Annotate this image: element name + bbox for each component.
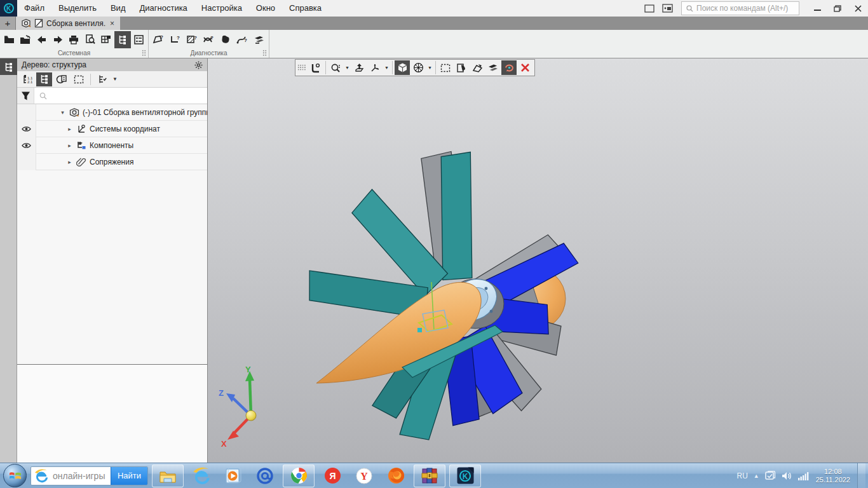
check-curve-button[interactable]: ? bbox=[234, 31, 250, 48]
rotate-orbit-button[interactable] bbox=[501, 60, 517, 75]
group-drag-handle[interactable] bbox=[142, 50, 146, 57]
local-view-button[interactable] bbox=[470, 60, 485, 75]
fan-assembly-model[interactable]: Y Z X bbox=[208, 58, 867, 463]
tree-composition-button[interactable] bbox=[53, 72, 69, 86]
taskbar-chrome-button[interactable] bbox=[283, 464, 315, 487]
orientation-dropdown-icon[interactable]: ▼ bbox=[426, 65, 433, 70]
menu-window[interactable]: Окно bbox=[249, 0, 282, 17]
expand-caret-icon[interactable]: ▸ bbox=[65, 126, 74, 132]
kompas-logo-icon: K bbox=[4, 3, 14, 13]
app-menu-button[interactable]: K bbox=[0, 0, 17, 17]
zoom-dropdown-icon[interactable]: ▼ bbox=[344, 65, 351, 70]
tree-numbered-view-button[interactable]: 1.112.12 bbox=[19, 72, 35, 86]
measure-hatch-area-button[interactable]: ? bbox=[184, 31, 200, 48]
tree-row-coordinate-systems[interactable]: ▸ Системы координат bbox=[17, 121, 207, 137]
print-preview-button[interactable] bbox=[82, 31, 98, 48]
taskbar-explorer-button[interactable] bbox=[152, 464, 184, 487]
pan-button[interactable] bbox=[351, 60, 367, 75]
taskbar-kompas-button[interactable]: K bbox=[449, 464, 481, 487]
tree-row-assembly-root[interactable]: ▾ (-)-01 Сборка вентиляторной группы (Те… bbox=[17, 104, 207, 121]
menu-help[interactable]: Справка bbox=[282, 0, 329, 17]
expand-caret-icon[interactable]: ▸ bbox=[65, 159, 74, 165]
screen-settings-icon[interactable] bbox=[658, 2, 676, 15]
save-layout-button[interactable] bbox=[98, 31, 114, 48]
axes-dropdown-icon[interactable]: ▼ bbox=[383, 65, 390, 70]
visibility-gutter bbox=[17, 154, 36, 170]
side-panel-strip bbox=[0, 58, 17, 463]
tree-filter-list-button[interactable] bbox=[95, 72, 111, 86]
parameters-list-button[interactable] bbox=[131, 31, 147, 48]
close-button[interactable] bbox=[848, 1, 868, 16]
layout-windows-icon[interactable] bbox=[641, 2, 658, 15]
ie-search-widget[interactable]: онлайн-игры Найти bbox=[31, 466, 148, 485]
close-command-icon[interactable] bbox=[517, 60, 532, 75]
placement-mode-button[interactable] bbox=[308, 60, 323, 75]
check-curvature-button[interactable]: ? bbox=[200, 31, 217, 48]
volume-icon[interactable] bbox=[782, 471, 792, 480]
selection-frame-button[interactable] bbox=[438, 60, 453, 75]
shaded-display-mode-button[interactable] bbox=[395, 60, 410, 75]
find-button[interactable]: Найти bbox=[111, 466, 147, 485]
tree-panel-tab-button[interactable] bbox=[0, 58, 17, 75]
show-desktop-button[interactable] bbox=[857, 463, 865, 488]
menu-settings[interactable]: Настройка bbox=[194, 0, 249, 17]
taskbar-firefox-button[interactable] bbox=[382, 464, 410, 487]
measure-length-button[interactable]: ? bbox=[166, 31, 183, 48]
tree-selection-area-button[interactable] bbox=[71, 72, 86, 86]
network-signal-icon[interactable] bbox=[797, 471, 809, 480]
toolbar-drag-handle[interactable] bbox=[297, 64, 306, 71]
expand-caret-icon[interactable]: ▾ bbox=[58, 109, 67, 116]
orientation-axes-button[interactable] bbox=[367, 60, 383, 75]
start-button[interactable] bbox=[3, 464, 27, 487]
minimize-button[interactable] bbox=[807, 1, 827, 16]
teal-blade bbox=[439, 152, 475, 281]
orientation-sphere-button[interactable] bbox=[410, 60, 426, 75]
tab-close-icon[interactable]: × bbox=[109, 19, 115, 28]
tree-structure-button[interactable] bbox=[114, 31, 130, 48]
taskbar-winrar-button[interactable] bbox=[414, 464, 445, 487]
tree-item-label: (-)-01 Сборка вентиляторной группы (Тел bbox=[83, 108, 207, 117]
action-center-icon[interactable] bbox=[765, 471, 776, 481]
viewport-3d[interactable]: ▼ ▼ ▼ bbox=[208, 58, 868, 463]
ie-search-text[interactable]: онлайн-игры bbox=[49, 471, 111, 481]
section-view-button[interactable] bbox=[454, 60, 469, 75]
group-drag-handle[interactable] bbox=[262, 50, 267, 57]
tree-structure-view-button[interactable] bbox=[36, 72, 52, 86]
open-recent-button[interactable] bbox=[17, 31, 33, 48]
taskbar-media-player-button[interactable] bbox=[219, 464, 247, 487]
print-button[interactable] bbox=[66, 31, 82, 48]
eye-visibility-icon[interactable] bbox=[22, 126, 31, 132]
menu-diagnostics[interactable]: Диагностика bbox=[132, 0, 194, 17]
filter-funnel-icon[interactable] bbox=[17, 88, 34, 104]
tab-assembly-document[interactable]: Сборка вентиля... × bbox=[16, 17, 120, 30]
restore-button[interactable] bbox=[827, 1, 848, 16]
language-indicator[interactable]: RU bbox=[736, 471, 747, 480]
back-button[interactable] bbox=[34, 31, 50, 48]
eye-visibility-icon[interactable] bbox=[22, 142, 31, 149]
open-document-button[interactable] bbox=[1, 31, 17, 48]
menu-file[interactable]: Файл bbox=[17, 0, 51, 17]
svg-text:?: ? bbox=[177, 35, 180, 41]
measure-solid-button[interactable] bbox=[217, 31, 234, 48]
menu-select[interactable]: Выделить bbox=[51, 0, 104, 17]
expand-caret-icon[interactable]: ▸ bbox=[65, 142, 74, 149]
new-document-tab-button[interactable]: + bbox=[0, 17, 16, 30]
taskbar-ie-button[interactable] bbox=[187, 464, 215, 487]
taskbar-mail-agent-button[interactable] bbox=[251, 464, 279, 487]
rebuild-model-button[interactable] bbox=[251, 31, 268, 48]
measure-area-button[interactable]: ? bbox=[150, 31, 166, 48]
taskbar-clock[interactable]: 12:08 25.11.2022 bbox=[816, 468, 850, 484]
tray-expand-icon[interactable]: ▲ bbox=[754, 473, 759, 479]
zoom-button[interactable] bbox=[328, 60, 343, 75]
filter-dropdown-icon[interactable]: ▼ bbox=[112, 76, 118, 82]
panel-settings-gear-icon[interactable] bbox=[194, 61, 203, 69]
display-layers-button[interactable] bbox=[485, 60, 501, 75]
tree-search-input[interactable] bbox=[34, 88, 207, 104]
tree-row-mates[interactable]: ▸ Сопряжения bbox=[17, 154, 207, 170]
tree-row-components[interactable]: ▸ Компоненты bbox=[17, 137, 207, 154]
forward-button[interactable] bbox=[50, 31, 65, 48]
taskbar-yandex-button[interactable]: Y bbox=[350, 464, 378, 487]
taskbar-yandex-browser-button[interactable]: Я bbox=[318, 464, 346, 487]
menu-view[interactable]: Вид bbox=[104, 0, 133, 17]
command-search-input[interactable]: Поиск по командам (Alt+/) bbox=[681, 1, 799, 15]
